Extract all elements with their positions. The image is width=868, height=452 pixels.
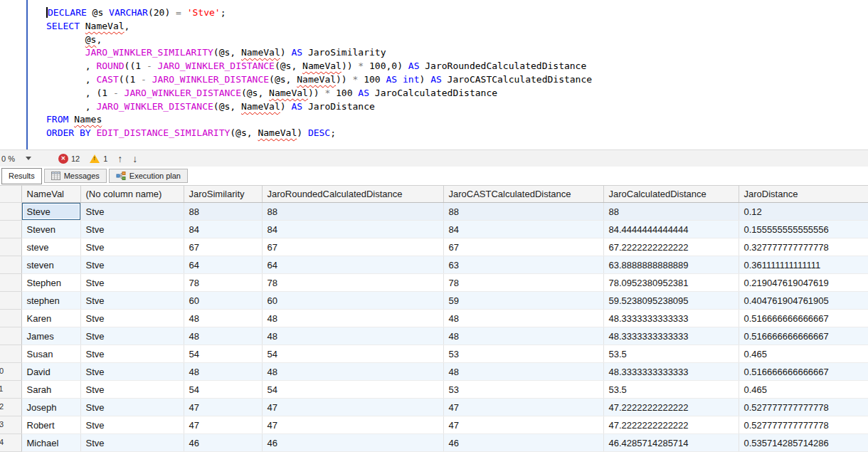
grid-cell[interactable]: Steven [21,221,80,238]
grid-cell[interactable]: 53.5 [603,381,739,399]
grid-cell[interactable]: 67 [443,238,603,256]
grid-cell[interactable]: Stve [80,327,184,345]
grid-cell[interactable]: Michael [21,434,80,452]
grid-cell[interactable]: 0.527777777777778 [739,416,868,434]
grid-cell[interactable]: 0.527777777777778 [739,399,868,416]
grid-cell[interactable]: Sarah [21,381,80,399]
grid-cell[interactable]: 64 [184,256,262,274]
grid-cell[interactable]: 48 [443,363,603,381]
grid-cell[interactable]: 84 [262,221,443,238]
grid-cell[interactable]: 0.12 [739,203,868,221]
next-message-button[interactable]: ↓ [132,153,137,164]
grid-cell[interactable]: 46 [443,434,603,452]
grid-cell[interactable]: 88 [443,203,603,221]
grid-cell[interactable]: 54 [262,381,443,399]
grid-cell[interactable]: Stve [80,203,184,221]
grid-cell[interactable]: 0.327777777777778 [739,238,868,256]
grid-cell[interactable]: steve [21,238,80,256]
grid-cell[interactable]: 48 [262,363,443,381]
row-header[interactable]: 11 [0,381,21,399]
grid-cell[interactable]: 47.2222222222222 [603,416,739,434]
row-header[interactable]: 10 [0,363,21,381]
grid-cell[interactable]: Stephen [21,274,80,292]
grid-cell[interactable]: 53 [443,345,603,363]
grid-cell[interactable]: 78 [184,274,262,292]
grid-cell[interactable]: 0.404761904761905 [739,292,868,310]
grid-cell[interactable]: 47 [262,416,443,434]
row-header[interactable]: 2 [0,221,21,238]
grid-cell[interactable]: 53.5 [603,345,739,363]
row-header[interactable]: 9 [0,345,21,363]
grid-cell[interactable]: Stve [80,274,184,292]
grid-cell[interactable]: James [21,327,80,345]
grid-cell[interactable]: 67 [262,238,443,256]
row-header[interactable]: 8 [0,327,21,345]
grid-cell[interactable]: 47 [443,416,603,434]
grid-cell[interactable]: 46 [184,434,262,452]
grid-cell[interactable]: 0.361111111111111 [739,256,868,274]
row-header[interactable]: 7 [0,310,21,327]
grid-cell[interactable]: Stve [80,221,184,238]
grid-cell[interactable]: 46.4285714285714 [603,434,739,452]
grid-cell[interactable]: Stve [80,434,184,452]
grid-cell[interactable]: 88 [262,203,443,221]
grid-cell[interactable]: 48 [443,327,603,345]
grid-cell[interactable]: 63 [443,256,603,274]
column-header[interactable]: JaroSimilarity [184,186,262,203]
column-header[interactable]: NameVal [21,186,80,203]
grid-cell[interactable]: 0.465 [739,345,868,363]
grid-cell[interactable]: 0.465 [739,381,868,399]
grid-cell[interactable]: 0.155555555555556 [739,221,868,238]
grid-cell[interactable]: Stve [80,381,184,399]
grid-cell[interactable]: David [21,363,80,381]
grid-cell[interactable]: Stve [80,399,184,416]
grid-cell[interactable]: Susan [21,345,80,363]
grid-cell[interactable]: 63.8888888888889 [603,256,739,274]
column-header[interactable]: JaroCalculatedDistance [603,186,739,203]
grid-cell[interactable]: 47 [184,399,262,416]
grid-cell[interactable]: 88 [184,203,262,221]
grid-cell[interactable]: 59 [443,292,603,310]
grid-cell[interactable]: steven [21,256,80,274]
grid-cell[interactable]: 54 [184,381,262,399]
grid-cell[interactable]: 67 [184,238,262,256]
row-header[interactable]: 4 [0,256,21,274]
grid-cell[interactable]: 78 [262,274,443,292]
grid-cell[interactable]: 78.0952380952381 [603,274,739,292]
grid-cell[interactable]: Robert [21,416,80,434]
grid-cell[interactable]: 0.535714285714286 [739,434,868,452]
grid-cell[interactable]: Stve [80,256,184,274]
warning-summary[interactable]: ! 1 [90,154,107,163]
grid-cell[interactable]: 59.5238095238095 [603,292,739,310]
grid-cell[interactable]: 0.516666666666667 [739,310,868,327]
grid-cell[interactable]: Stve [80,238,184,256]
grid-cell[interactable]: 64 [262,256,443,274]
grid-cell[interactable]: 78 [443,274,603,292]
select-all-corner[interactable] [0,186,21,203]
row-header[interactable]: 3 [0,238,21,256]
row-header[interactable]: 12 [0,399,21,416]
grid-cell[interactable]: 47 [262,399,443,416]
grid-cell[interactable]: 54 [184,345,262,363]
zoom-control[interactable]: 0 % [1,154,31,163]
row-header[interactable]: 13 [0,416,21,434]
column-header[interactable]: JaroCASTCalculatedDistance [443,186,603,203]
grid-cell[interactable]: 48.3333333333333 [603,363,739,381]
grid-cell[interactable]: 53 [443,381,603,399]
grid-cell[interactable]: Stve [80,416,184,434]
previous-message-button[interactable]: ↑ [117,153,122,164]
grid-cell[interactable]: 46 [262,434,443,452]
grid-cell[interactable]: 47 [184,416,262,434]
grid-cell[interactable]: 47.2222222222222 [603,399,739,416]
error-summary[interactable]: ✕ 12 [58,154,80,164]
tab-results[interactable]: Results [1,168,42,184]
row-header[interactable]: 14 [0,434,21,452]
grid-cell[interactable]: stephen [21,292,80,310]
grid-cell[interactable]: Stve [80,310,184,327]
grid-cell[interactable]: 0.516666666666667 [739,327,868,345]
grid-cell[interactable]: 88 [603,203,739,221]
sql-editor[interactable]: DECLARE @s VARCHAR(20) = 'Stve';SELECT N… [0,0,868,149]
grid-cell[interactable]: 48.3333333333333 [603,310,739,327]
tab-execution-plan[interactable]: Execution plan [109,169,188,183]
grid-cell[interactable]: 60 [262,292,443,310]
